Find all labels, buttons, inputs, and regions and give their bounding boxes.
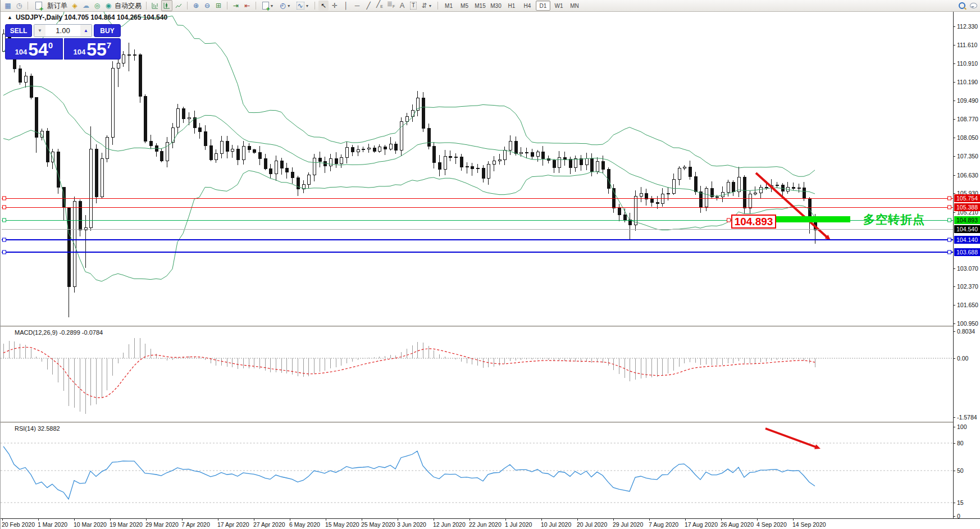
market-preview-icon[interactable]: ◷ [14, 1, 24, 11]
volume-value[interactable]: 1.00 [45, 25, 80, 37]
price-tick-label: 112.330 [957, 23, 978, 30]
zoom-in-icon[interactable]: ⊕ [191, 1, 201, 11]
chat-icon[interactable] [968, 1, 978, 11]
rsi-panel[interactable]: RSI(14) 32.5882 [1, 423, 980, 518]
shapes-icon[interactable]: ⇵▼ [420, 1, 434, 11]
date-label: 7 Apr 2020 [181, 521, 210, 528]
channel-icon[interactable]: ╱E [375, 1, 385, 11]
line-endpoint-marker[interactable] [2, 250, 6, 254]
date-tick [541, 519, 542, 521]
price-tick [954, 138, 955, 138]
date-tick [362, 519, 362, 521]
candlestick-icon[interactable] [161, 0, 172, 11]
date-label: 22 Jun 2020 [469, 521, 502, 528]
line-chart-icon[interactable] [174, 1, 184, 11]
line-endpoint-marker[interactable] [947, 206, 951, 209]
collapse-trade-panel-icon[interactable]: ▲ [7, 15, 12, 20]
new-order-label[interactable]: 新订单 [47, 1, 67, 11]
price-tick [954, 193, 955, 194]
line-endpoint-marker[interactable] [2, 218, 6, 222]
timeframe-w1[interactable]: W1 [551, 1, 566, 11]
sell-button[interactable]: SELL [5, 24, 32, 37]
volume-decrease-button[interactable]: ▼ [34, 25, 45, 37]
rsi-tick-label: 0 [957, 513, 960, 519]
buy-quote-button[interactable]: 104 55 7 [64, 38, 121, 60]
line-endpoint-marker[interactable] [2, 197, 6, 200]
volume-increase-button[interactable]: ▲ [80, 25, 92, 37]
horizontal-line-icon[interactable]: ─ [352, 1, 362, 11]
label-anchor-marker[interactable] [727, 218, 731, 222]
fibonacci-icon[interactable]: ≣F [386, 1, 396, 11]
trendline-icon[interactable]: ╱ [363, 1, 373, 11]
price-tick-label: 110.910 [957, 60, 978, 67]
candlestick-chart[interactable] [1, 12, 953, 326]
indicators-icon[interactable]: ∿▼ [294, 1, 311, 11]
text-icon[interactable]: A [397, 1, 407, 11]
price-tick [954, 212, 955, 213]
label-icon[interactable]: T [408, 1, 418, 11]
date-tick [218, 519, 218, 521]
timeframe-m1[interactable]: M1 [441, 1, 456, 11]
hline-103.688[interactable] [2, 252, 953, 253]
new-order-icon[interactable]: ＋ [31, 1, 46, 11]
timeframe-m15[interactable]: M15 [473, 1, 487, 11]
templates-icon[interactable]: ＋▼ [259, 1, 276, 11]
timeframe-d1[interactable]: D1 [536, 1, 550, 11]
macd-panel[interactable]: MACD(12,26,9) -0.2899 -0.0784 [1, 327, 980, 422]
timeframe-m5[interactable]: M5 [457, 1, 472, 11]
macd-chart[interactable] [1, 327, 953, 422]
date-label: 20 Feb 2020 [2, 521, 35, 528]
community-icon[interactable]: ☁ [81, 1, 91, 11]
period-icon[interactable]: ◴▼ [277, 1, 293, 11]
date-tick [398, 519, 398, 521]
chart-window-icon[interactable]: ▦ [3, 1, 13, 11]
date-label: 17 Aug 2020 [685, 521, 718, 528]
price-tick-label: 106.630 [957, 172, 978, 179]
signals-icon[interactable]: ◎ [92, 1, 102, 11]
timeframe-h4[interactable]: H4 [520, 1, 535, 11]
price-tick-label: 107.350 [957, 153, 978, 159]
line-endpoint-marker[interactable] [2, 206, 6, 209]
price-tick [954, 305, 955, 305]
autotrade-icon[interactable]: ◉ [103, 1, 113, 11]
line-endpoint-marker[interactable] [2, 238, 6, 242]
date-tick [613, 519, 614, 521]
main-chart-panel[interactable] [1, 12, 980, 326]
cursor-icon[interactable]: ↖ [318, 1, 329, 11]
green-level-bar[interactable] [774, 216, 850, 222]
timeframe-m30[interactable]: M30 [489, 1, 503, 11]
timeframe-h1[interactable]: H1 [504, 1, 519, 11]
zoom-out-icon[interactable]: ⊖ [202, 1, 212, 11]
timeframe-mn[interactable]: MN [567, 1, 582, 11]
line-endpoint-marker[interactable] [947, 238, 951, 242]
autotrade-label[interactable]: 自动交易 [115, 1, 142, 11]
date-tick [182, 519, 183, 521]
scroll-end-icon[interactable]: ⇥ [231, 1, 241, 11]
bar-chart-icon[interactable] [150, 1, 160, 11]
vertical-line-icon[interactable]: │ [341, 1, 351, 11]
sell-quote-button[interactable]: 104 54 0 [5, 38, 63, 60]
scroll-shift-icon[interactable]: ⇤ [242, 1, 252, 11]
price-annotation-label[interactable]: 104.893 [731, 215, 776, 229]
gold-icon[interactable]: ◈ [70, 1, 80, 11]
hline-105.388[interactable] [2, 207, 953, 208]
date-tick [685, 519, 686, 521]
buy-button[interactable]: BUY [94, 24, 121, 37]
hline-104.140[interactable] [2, 239, 953, 240]
line-endpoint-marker[interactable] [947, 197, 951, 200]
chart-header: ▲ USDJPY-,Daily 104.705 104.864 104.265 … [7, 13, 167, 21]
date-axis[interactable]: 20 Feb 20201 Mar 202010 Mar 202019 Mar 2… [1, 518, 980, 529]
date-label: 6 May 2020 [289, 521, 320, 528]
line-endpoint-marker[interactable] [947, 250, 951, 254]
sell-price-main: 54 [28, 41, 48, 58]
price-badge-104.540: 104.540 [954, 225, 980, 233]
rsi-header: RSI(14) 32.5882 [15, 425, 60, 432]
search-icon[interactable] [957, 1, 967, 11]
hline-105.754[interactable] [2, 198, 953, 199]
rsi-chart[interactable] [1, 423, 953, 518]
hline-104.540[interactable] [2, 229, 953, 230]
crosshair-icon[interactable]: ✛ [330, 1, 340, 11]
tile-windows-icon[interactable]: ⊞ [213, 1, 224, 11]
date-tick [757, 519, 758, 521]
turning-point-note[interactable]: 多空转折点 [863, 212, 953, 227]
